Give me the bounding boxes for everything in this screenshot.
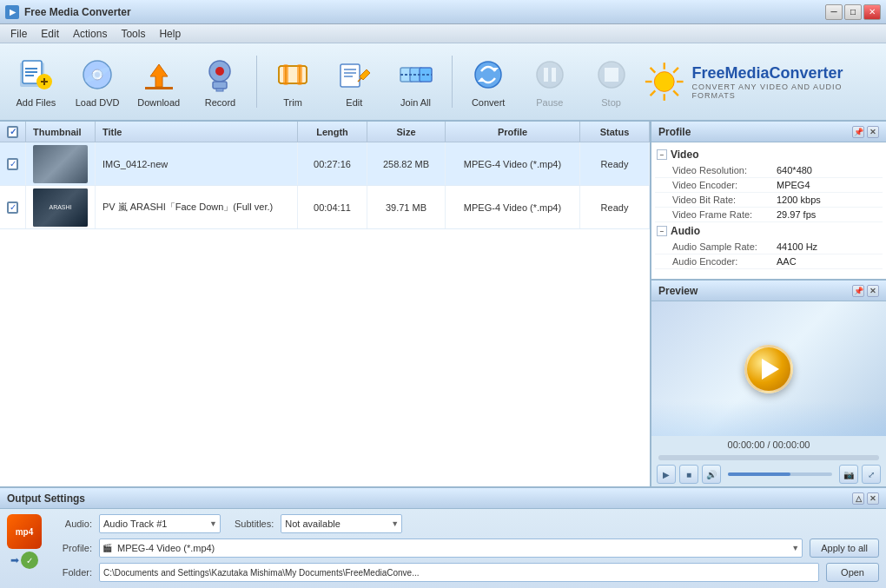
preview-panel-close[interactable]: ✕ (867, 285, 879, 297)
time-display: 00:00:00 / 00:00:00 (651, 436, 886, 453)
title-text: Free Media Converter (24, 6, 131, 18)
folder-input[interactable] (99, 563, 819, 582)
toolbar: Add Files Load DVD Download (0, 43, 886, 122)
row2-title-cell: PV 嵐 ARASHI「Face Down」(Full ver.) (96, 186, 298, 228)
svg-point-33 (475, 62, 501, 88)
profile-panel-pin[interactable]: 📌 (852, 126, 864, 138)
profile-panel-close[interactable]: ✕ (867, 126, 879, 138)
subtitles-select[interactable]: Not available (281, 514, 402, 533)
video-framerate-label: Video Frame Rate: (672, 209, 777, 220)
pause-icon (531, 56, 569, 94)
player-controls: ▶ ■ 🔊 📷 ⤢ (651, 462, 886, 486)
player-snapshot-button[interactable]: 📷 (839, 465, 858, 484)
menu-file[interactable]: File (3, 26, 34, 42)
audio-encoder-value: AAC (777, 256, 797, 267)
output-content: mp4 ➡ ✓ Audio: Audio Track #1 ▼ Subtitle… (0, 509, 886, 587)
output-pin-button[interactable]: △ (852, 492, 864, 505)
load-dvd-button[interactable]: Load DVD (69, 47, 127, 116)
join-all-button[interactable]: Join All (387, 47, 445, 116)
output-settings-header: Output Settings △ ✕ (0, 488, 886, 509)
row1-profile: MPEG-4 Video (*.mp4) (464, 159, 561, 169)
menu-actions[interactable]: Actions (66, 26, 114, 42)
file-list-area: Thumbnail Title Length Size Profile Stat… (0, 122, 651, 486)
audio-collapse-btn[interactable]: − (657, 226, 667, 236)
row2-checkbox[interactable] (7, 202, 18, 214)
preview-panel-pin[interactable]: 📌 (852, 285, 864, 297)
download-icon (140, 56, 178, 94)
svg-rect-40 (605, 68, 618, 82)
menu-bar: File Edit Actions Tools Help (0, 24, 886, 43)
profile-select[interactable]: MPEG-4 Video (*.mp4) (99, 538, 803, 558)
video-resolution-value: 640*480 (777, 165, 812, 175)
player-play-button[interactable]: ▶ (657, 465, 676, 484)
audio-label: Audio: (49, 519, 92, 529)
menu-edit[interactable]: Edit (34, 26, 66, 42)
file-list-header: Thumbnail Title Length Size Profile Stat… (0, 122, 650, 142)
output-fields: Audio: Audio Track #1 ▼ Subtitles: Not a… (49, 514, 879, 582)
open-button[interactable]: Open (826, 563, 879, 582)
stop-button[interactable]: Stop (582, 47, 640, 116)
add-files-icon (17, 56, 55, 94)
title-bar: ▶ Free Media Converter ─ □ ✕ (0, 0, 886, 24)
toolbar-sep-2 (452, 56, 453, 108)
preview-play-button[interactable] (744, 345, 793, 393)
svg-line-48 (673, 68, 678, 73)
record-button[interactable]: Record (191, 47, 249, 116)
folder-label: Folder: (49, 567, 92, 578)
player-stop-button[interactable]: ■ (679, 465, 698, 484)
load-dvd-icon (78, 56, 116, 94)
close-button[interactable]: ✕ (863, 4, 881, 20)
svg-rect-15 (213, 82, 227, 89)
maximize-button[interactable]: □ (844, 4, 862, 20)
svg-point-41 (654, 72, 674, 92)
video-collapse-btn[interactable]: − (657, 149, 667, 160)
table-row[interactable]: ARASHI PV 嵐 ARASHI「Face Down」(Full ver.)… (0, 186, 650, 229)
audio-select[interactable]: Audio Track #1 (99, 514, 221, 533)
audio-encoder-label: Audio Encoder: (672, 256, 777, 267)
stop-icon (592, 56, 631, 94)
table-row[interactable]: IMG_0412-new 00:27:16 258.82 MB MPEG-4 V… (0, 142, 650, 186)
audio-section-header: − Audio (655, 222, 883, 240)
video-encoder-value: MPEG4 (777, 180, 810, 190)
convert-icon (469, 56, 507, 94)
menu-help[interactable]: Help (152, 26, 188, 42)
subtitles-label: Subtitles: (235, 519, 274, 529)
pause-button[interactable]: Pause (521, 47, 579, 116)
add-files-button[interactable]: Add Files (7, 47, 65, 116)
row1-title-cell: IMG_0412-new (96, 142, 298, 185)
right-panel: Profile 📌 ✕ − Video Video Resolution: 64… (651, 122, 886, 486)
video-section-header: − Video (655, 146, 883, 163)
logo-text: FreeMediaConverter CONVERT ANY VIDEO AND… (691, 64, 879, 100)
output-close-button[interactable]: ✕ (867, 492, 879, 505)
row1-status-cell: Ready (580, 142, 650, 185)
row1-thumbnail-image (33, 145, 88, 183)
volume-slider[interactable] (728, 472, 832, 476)
preview-content (651, 301, 886, 436)
row1-checkbox[interactable] (7, 158, 18, 170)
header-title: Title (96, 122, 298, 142)
logo-area: FreeMediaConverter CONVERT ANY VIDEO AND… (644, 60, 879, 103)
row2-status: Ready (601, 202, 629, 213)
audio-encoder-row: Audio Encoder: AAC (655, 254, 883, 269)
menu-tools[interactable]: Tools (114, 26, 152, 42)
video-bitrate-value: 1200 kbps (777, 195, 821, 205)
player-volume-button[interactable]: 🔊 (702, 465, 721, 484)
download-button[interactable]: Download (129, 47, 188, 116)
trim-button[interactable]: Trim (264, 47, 322, 116)
edit-icon (335, 56, 374, 94)
profile-panel-content: − Video Video Resolution: 640*480 Video … (651, 142, 886, 279)
video-resolution-label: Video Resolution: (672, 165, 777, 175)
minimize-button[interactable]: ─ (825, 4, 843, 20)
convert-button[interactable]: Convert (460, 47, 518, 116)
preview-waves (651, 401, 886, 436)
mp4-icon: mp4 (7, 514, 42, 549)
row2-profile-cell: MPEG-4 Video (*.mp4) (446, 186, 580, 228)
seek-bar[interactable] (658, 455, 879, 460)
svg-rect-7 (43, 78, 45, 85)
select-all-checkbox[interactable] (7, 126, 18, 138)
player-fullscreen-button[interactable]: ⤢ (862, 465, 881, 484)
edit-button[interactable]: Edit (325, 47, 383, 116)
apply-to-all-button[interactable]: Apply to all (810, 538, 879, 558)
audio-select-wrapper: Audio Track #1 ▼ (99, 514, 221, 533)
header-status: Status (580, 122, 650, 142)
